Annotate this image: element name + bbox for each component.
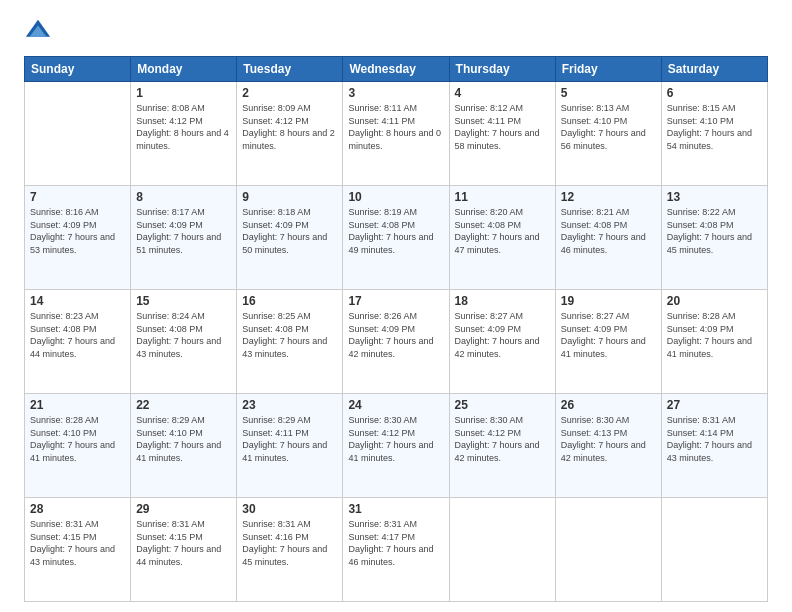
day-info: Sunrise: 8:26 AMSunset: 4:09 PMDaylight:… [348,310,443,360]
week-row-5: 28Sunrise: 8:31 AMSunset: 4:15 PMDayligh… [25,498,768,602]
day-number: 23 [242,398,337,412]
day-cell: 25Sunrise: 8:30 AMSunset: 4:12 PMDayligh… [449,394,555,498]
day-cell: 10Sunrise: 8:19 AMSunset: 4:08 PMDayligh… [343,186,449,290]
day-info: Sunrise: 8:23 AMSunset: 4:08 PMDaylight:… [30,310,125,360]
day-info: Sunrise: 8:16 AMSunset: 4:09 PMDaylight:… [30,206,125,256]
day-info: Sunrise: 8:31 AMSunset: 4:14 PMDaylight:… [667,414,762,464]
day-number: 18 [455,294,550,308]
day-info: Sunrise: 8:29 AMSunset: 4:10 PMDaylight:… [136,414,231,464]
day-info: Sunrise: 8:29 AMSunset: 4:11 PMDaylight:… [242,414,337,464]
day-number: 22 [136,398,231,412]
day-info: Sunrise: 8:31 AMSunset: 4:17 PMDaylight:… [348,518,443,568]
day-number: 13 [667,190,762,204]
weekday-header-row: SundayMondayTuesdayWednesdayThursdayFrid… [25,57,768,82]
day-number: 4 [455,86,550,100]
day-info: Sunrise: 8:24 AMSunset: 4:08 PMDaylight:… [136,310,231,360]
day-cell: 17Sunrise: 8:26 AMSunset: 4:09 PMDayligh… [343,290,449,394]
day-info: Sunrise: 8:11 AMSunset: 4:11 PMDaylight:… [348,102,443,152]
day-cell [25,82,131,186]
day-number: 29 [136,502,231,516]
day-info: Sunrise: 8:28 AMSunset: 4:10 PMDaylight:… [30,414,125,464]
week-row-4: 21Sunrise: 8:28 AMSunset: 4:10 PMDayligh… [25,394,768,498]
day-info: Sunrise: 8:31 AMSunset: 4:15 PMDaylight:… [30,518,125,568]
week-row-3: 14Sunrise: 8:23 AMSunset: 4:08 PMDayligh… [25,290,768,394]
day-info: Sunrise: 8:19 AMSunset: 4:08 PMDaylight:… [348,206,443,256]
week-row-2: 7Sunrise: 8:16 AMSunset: 4:09 PMDaylight… [25,186,768,290]
day-number: 6 [667,86,762,100]
day-number: 28 [30,502,125,516]
day-cell: 18Sunrise: 8:27 AMSunset: 4:09 PMDayligh… [449,290,555,394]
page: SundayMondayTuesdayWednesdayThursdayFrid… [0,0,792,612]
day-cell: 13Sunrise: 8:22 AMSunset: 4:08 PMDayligh… [661,186,767,290]
day-number: 31 [348,502,443,516]
day-cell [661,498,767,602]
day-cell: 21Sunrise: 8:28 AMSunset: 4:10 PMDayligh… [25,394,131,498]
day-number: 26 [561,398,656,412]
day-number: 3 [348,86,443,100]
day-info: Sunrise: 8:28 AMSunset: 4:09 PMDaylight:… [667,310,762,360]
day-info: Sunrise: 8:25 AMSunset: 4:08 PMDaylight:… [242,310,337,360]
day-number: 25 [455,398,550,412]
day-cell: 7Sunrise: 8:16 AMSunset: 4:09 PMDaylight… [25,186,131,290]
day-cell: 2Sunrise: 8:09 AMSunset: 4:12 PMDaylight… [237,82,343,186]
day-info: Sunrise: 8:12 AMSunset: 4:11 PMDaylight:… [455,102,550,152]
day-number: 27 [667,398,762,412]
day-cell: 28Sunrise: 8:31 AMSunset: 4:15 PMDayligh… [25,498,131,602]
day-number: 1 [136,86,231,100]
day-info: Sunrise: 8:31 AMSunset: 4:15 PMDaylight:… [136,518,231,568]
day-info: Sunrise: 8:08 AMSunset: 4:12 PMDaylight:… [136,102,231,152]
day-number: 12 [561,190,656,204]
day-info: Sunrise: 8:18 AMSunset: 4:09 PMDaylight:… [242,206,337,256]
day-number: 2 [242,86,337,100]
day-info: Sunrise: 8:20 AMSunset: 4:08 PMDaylight:… [455,206,550,256]
day-info: Sunrise: 8:31 AMSunset: 4:16 PMDaylight:… [242,518,337,568]
day-number: 5 [561,86,656,100]
day-info: Sunrise: 8:22 AMSunset: 4:08 PMDaylight:… [667,206,762,256]
day-info: Sunrise: 8:27 AMSunset: 4:09 PMDaylight:… [455,310,550,360]
day-number: 7 [30,190,125,204]
day-cell: 11Sunrise: 8:20 AMSunset: 4:08 PMDayligh… [449,186,555,290]
day-cell: 15Sunrise: 8:24 AMSunset: 4:08 PMDayligh… [131,290,237,394]
day-number: 11 [455,190,550,204]
day-info: Sunrise: 8:09 AMSunset: 4:12 PMDaylight:… [242,102,337,152]
day-number: 30 [242,502,337,516]
day-info: Sunrise: 8:17 AMSunset: 4:09 PMDaylight:… [136,206,231,256]
day-number: 21 [30,398,125,412]
day-cell: 22Sunrise: 8:29 AMSunset: 4:10 PMDayligh… [131,394,237,498]
day-cell: 26Sunrise: 8:30 AMSunset: 4:13 PMDayligh… [555,394,661,498]
day-cell: 5Sunrise: 8:13 AMSunset: 4:10 PMDaylight… [555,82,661,186]
day-cell: 24Sunrise: 8:30 AMSunset: 4:12 PMDayligh… [343,394,449,498]
weekday-friday: Friday [555,57,661,82]
day-number: 20 [667,294,762,308]
day-cell: 14Sunrise: 8:23 AMSunset: 4:08 PMDayligh… [25,290,131,394]
weekday-thursday: Thursday [449,57,555,82]
day-info: Sunrise: 8:21 AMSunset: 4:08 PMDaylight:… [561,206,656,256]
day-number: 9 [242,190,337,204]
day-cell: 9Sunrise: 8:18 AMSunset: 4:09 PMDaylight… [237,186,343,290]
day-number: 15 [136,294,231,308]
day-cell: 3Sunrise: 8:11 AMSunset: 4:11 PMDaylight… [343,82,449,186]
day-cell: 6Sunrise: 8:15 AMSunset: 4:10 PMDaylight… [661,82,767,186]
day-info: Sunrise: 8:15 AMSunset: 4:10 PMDaylight:… [667,102,762,152]
day-cell [555,498,661,602]
calendar-table: SundayMondayTuesdayWednesdayThursdayFrid… [24,56,768,602]
day-cell: 31Sunrise: 8:31 AMSunset: 4:17 PMDayligh… [343,498,449,602]
day-number: 16 [242,294,337,308]
day-number: 8 [136,190,231,204]
day-cell: 1Sunrise: 8:08 AMSunset: 4:12 PMDaylight… [131,82,237,186]
logo [24,18,56,46]
day-cell: 4Sunrise: 8:12 AMSunset: 4:11 PMDaylight… [449,82,555,186]
day-cell: 30Sunrise: 8:31 AMSunset: 4:16 PMDayligh… [237,498,343,602]
day-cell [449,498,555,602]
weekday-monday: Monday [131,57,237,82]
weekday-sunday: Sunday [25,57,131,82]
day-cell: 20Sunrise: 8:28 AMSunset: 4:09 PMDayligh… [661,290,767,394]
day-info: Sunrise: 8:30 AMSunset: 4:12 PMDaylight:… [455,414,550,464]
day-number: 24 [348,398,443,412]
day-cell: 8Sunrise: 8:17 AMSunset: 4:09 PMDaylight… [131,186,237,290]
day-info: Sunrise: 8:30 AMSunset: 4:12 PMDaylight:… [348,414,443,464]
day-info: Sunrise: 8:30 AMSunset: 4:13 PMDaylight:… [561,414,656,464]
day-cell: 19Sunrise: 8:27 AMSunset: 4:09 PMDayligh… [555,290,661,394]
day-number: 17 [348,294,443,308]
day-cell: 29Sunrise: 8:31 AMSunset: 4:15 PMDayligh… [131,498,237,602]
